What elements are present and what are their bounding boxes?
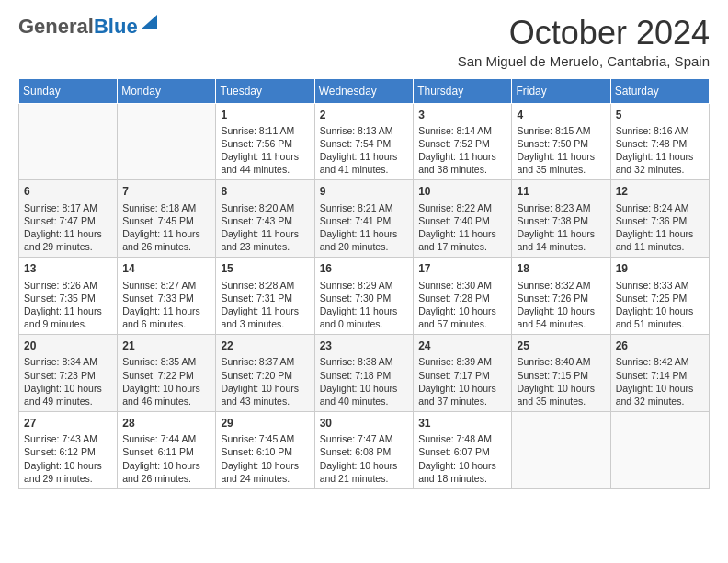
logo-general-text: General <box>18 15 94 39</box>
month-title: October 2024 <box>458 15 710 52</box>
day-info: Sunrise: 8:17 AM Sunset: 7:47 PM Dayligh… <box>24 201 112 254</box>
day-info: Sunrise: 8:28 AM Sunset: 7:31 PM Dayligh… <box>221 279 309 331</box>
day-number: 12 <box>616 184 704 199</box>
day-info: Sunrise: 8:38 AM Sunset: 7:18 PM Dayligh… <box>320 355 408 408</box>
calendar-cell: 5Sunrise: 8:16 AM Sunset: 7:48 PM Daylig… <box>610 103 709 180</box>
header: General Blue October 2024 San Miguel de … <box>18 15 710 69</box>
day-info: Sunrise: 7:45 AM Sunset: 6:10 PM Dayligh… <box>221 432 309 485</box>
weekday-header-tuesday: Tuesday <box>216 78 314 103</box>
day-number: 21 <box>122 339 210 353</box>
calendar-week-row: 20Sunrise: 8:34 AM Sunset: 7:23 PM Dayli… <box>19 335 710 412</box>
day-info: Sunrise: 8:32 AM Sunset: 7:26 PM Dayligh… <box>517 279 605 331</box>
day-number: 8 <box>221 184 309 199</box>
day-number: 2 <box>320 108 408 122</box>
calendar-cell: 8Sunrise: 8:20 AM Sunset: 7:43 PM Daylig… <box>216 180 314 258</box>
day-info: Sunrise: 8:35 AM Sunset: 7:22 PM Dayligh… <box>122 355 210 408</box>
calendar-cell: 2Sunrise: 8:13 AM Sunset: 7:54 PM Daylig… <box>314 103 413 180</box>
calendar-cell: 11Sunrise: 8:23 AM Sunset: 7:38 PM Dayli… <box>512 180 610 258</box>
day-info: Sunrise: 8:14 AM Sunset: 7:52 PM Dayligh… <box>418 124 506 177</box>
calendar-cell: 30Sunrise: 7:47 AM Sunset: 6:08 PM Dayli… <box>314 412 413 489</box>
calendar-cell: 27Sunrise: 7:43 AM Sunset: 6:12 PM Dayli… <box>19 412 118 489</box>
calendar-table: SundayMondayTuesdayWednesdayThursdayFrid… <box>18 78 710 489</box>
weekday-header-saturday: Saturday <box>610 78 709 103</box>
calendar-cell: 6Sunrise: 8:17 AM Sunset: 7:47 PM Daylig… <box>19 180 118 258</box>
day-number: 9 <box>320 184 408 199</box>
logo-arrow-icon <box>141 15 157 33</box>
day-info: Sunrise: 7:48 AM Sunset: 6:07 PM Dayligh… <box>418 432 506 485</box>
calendar-cell: 15Sunrise: 8:28 AM Sunset: 7:31 PM Dayli… <box>216 258 314 335</box>
calendar-cell: 21Sunrise: 8:35 AM Sunset: 7:22 PM Dayli… <box>118 335 216 412</box>
day-info: Sunrise: 8:39 AM Sunset: 7:17 PM Dayligh… <box>418 355 506 408</box>
day-number: 18 <box>517 261 605 276</box>
calendar-week-row: 1Sunrise: 8:11 AM Sunset: 7:56 PM Daylig… <box>19 103 710 180</box>
day-number: 28 <box>122 416 210 431</box>
day-number: 17 <box>418 261 506 276</box>
day-number: 22 <box>221 339 309 353</box>
calendar-cell: 31Sunrise: 7:48 AM Sunset: 6:07 PM Dayli… <box>414 412 512 489</box>
calendar-cell: 18Sunrise: 8:32 AM Sunset: 7:26 PM Dayli… <box>512 258 610 335</box>
logo: General Blue <box>18 15 157 39</box>
day-info: Sunrise: 8:24 AM Sunset: 7:36 PM Dayligh… <box>616 201 704 254</box>
day-info: Sunrise: 8:30 AM Sunset: 7:28 PM Dayligh… <box>418 279 506 331</box>
day-number: 14 <box>122 261 210 276</box>
svg-marker-0 <box>141 15 157 29</box>
day-number: 23 <box>320 339 408 353</box>
day-info: Sunrise: 8:18 AM Sunset: 7:45 PM Dayligh… <box>122 201 210 254</box>
calendar-cell: 23Sunrise: 8:38 AM Sunset: 7:18 PM Dayli… <box>314 335 413 412</box>
day-number: 26 <box>616 339 704 353</box>
day-number: 16 <box>320 261 408 276</box>
day-number: 20 <box>24 339 112 353</box>
weekday-header-sunday: Sunday <box>19 78 118 103</box>
calendar-cell: 19Sunrise: 8:33 AM Sunset: 7:25 PM Dayli… <box>610 258 709 335</box>
day-info: Sunrise: 8:13 AM Sunset: 7:54 PM Dayligh… <box>320 124 408 177</box>
day-number: 24 <box>418 339 506 353</box>
weekday-header-friday: Friday <box>512 78 610 103</box>
day-number: 13 <box>24 261 112 276</box>
day-number: 7 <box>122 184 210 199</box>
day-info: Sunrise: 8:26 AM Sunset: 7:35 PM Dayligh… <box>24 279 112 331</box>
calendar-cell: 10Sunrise: 8:22 AM Sunset: 7:40 PM Dayli… <box>414 180 512 258</box>
day-info: Sunrise: 8:16 AM Sunset: 7:48 PM Dayligh… <box>616 124 704 177</box>
calendar-cell: 16Sunrise: 8:29 AM Sunset: 7:30 PM Dayli… <box>314 258 413 335</box>
calendar-cell: 12Sunrise: 8:24 AM Sunset: 7:36 PM Dayli… <box>610 180 709 258</box>
day-number: 5 <box>616 108 704 122</box>
calendar-cell: 13Sunrise: 8:26 AM Sunset: 7:35 PM Dayli… <box>19 258 118 335</box>
day-number: 30 <box>320 416 408 431</box>
calendar-cell: 17Sunrise: 8:30 AM Sunset: 7:28 PM Dayli… <box>414 258 512 335</box>
title-area: October 2024 San Miguel de Meruelo, Cant… <box>458 15 710 69</box>
day-info: Sunrise: 8:20 AM Sunset: 7:43 PM Dayligh… <box>221 201 309 254</box>
weekday-header-row: SundayMondayTuesdayWednesdayThursdayFrid… <box>19 78 710 103</box>
calendar-cell: 26Sunrise: 8:42 AM Sunset: 7:14 PM Dayli… <box>610 335 709 412</box>
calendar-week-row: 13Sunrise: 8:26 AM Sunset: 7:35 PM Dayli… <box>19 258 710 335</box>
calendar-cell: 7Sunrise: 8:18 AM Sunset: 7:45 PM Daylig… <box>118 180 216 258</box>
day-number: 11 <box>517 184 605 199</box>
location-title: San Miguel de Meruelo, Cantabria, Spain <box>458 53 710 69</box>
weekday-header-monday: Monday <box>118 78 216 103</box>
calendar-cell: 9Sunrise: 8:21 AM Sunset: 7:41 PM Daylig… <box>314 180 413 258</box>
weekday-header-thursday: Thursday <box>414 78 512 103</box>
day-number: 15 <box>221 261 309 276</box>
day-number: 1 <box>221 108 309 122</box>
day-number: 25 <box>517 339 605 353</box>
day-info: Sunrise: 8:22 AM Sunset: 7:40 PM Dayligh… <box>418 201 506 254</box>
day-number: 31 <box>418 416 506 431</box>
day-info: Sunrise: 8:33 AM Sunset: 7:25 PM Dayligh… <box>616 279 704 331</box>
calendar-cell: 14Sunrise: 8:27 AM Sunset: 7:33 PM Dayli… <box>118 258 216 335</box>
day-info: Sunrise: 7:47 AM Sunset: 6:08 PM Dayligh… <box>320 432 408 485</box>
day-info: Sunrise: 7:43 AM Sunset: 6:12 PM Dayligh… <box>24 432 112 485</box>
calendar-cell <box>512 412 610 489</box>
logo-blue-text: Blue <box>94 15 138 39</box>
day-number: 3 <box>418 108 506 122</box>
calendar-cell: 3Sunrise: 8:14 AM Sunset: 7:52 PM Daylig… <box>414 103 512 180</box>
calendar-week-row: 27Sunrise: 7:43 AM Sunset: 6:12 PM Dayli… <box>19 412 710 489</box>
day-info: Sunrise: 7:44 AM Sunset: 6:11 PM Dayligh… <box>122 432 210 485</box>
calendar-cell: 1Sunrise: 8:11 AM Sunset: 7:56 PM Daylig… <box>216 103 314 180</box>
calendar-cell: 24Sunrise: 8:39 AM Sunset: 7:17 PM Dayli… <box>414 335 512 412</box>
calendar-cell <box>19 103 118 180</box>
calendar-cell: 29Sunrise: 7:45 AM Sunset: 6:10 PM Dayli… <box>216 412 314 489</box>
day-number: 29 <box>221 416 309 431</box>
weekday-header-wednesday: Wednesday <box>314 78 413 103</box>
day-number: 27 <box>24 416 112 431</box>
day-info: Sunrise: 8:21 AM Sunset: 7:41 PM Dayligh… <box>320 201 408 254</box>
day-info: Sunrise: 8:37 AM Sunset: 7:20 PM Dayligh… <box>221 355 309 408</box>
